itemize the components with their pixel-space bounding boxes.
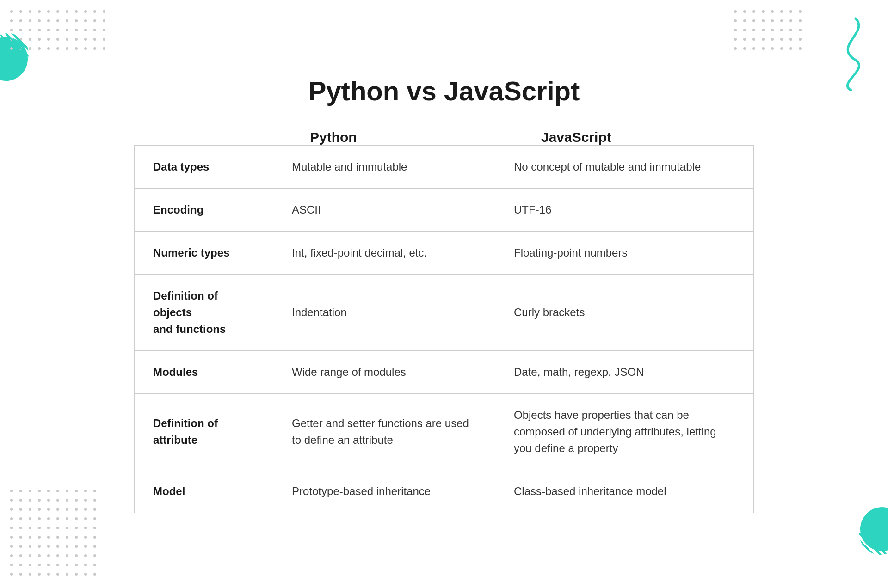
table-row: Numeric typesInt, fixed-point decimal, e… bbox=[135, 231, 754, 274]
python-cell-6: Prototype-based inheritance bbox=[273, 470, 495, 513]
python-column-header: Python bbox=[291, 129, 523, 145]
table-row: EncodingASCIIUTF-16 bbox=[135, 188, 754, 231]
python-cell-0: Mutable and immutable bbox=[273, 145, 495, 188]
row-label-5: Definition of attribute bbox=[135, 393, 273, 470]
row-label-3: Definition of objectsand functions bbox=[135, 274, 273, 350]
table-row: Definition of attributeGetter and setter… bbox=[135, 393, 754, 470]
javascript-cell-3: Curly brackets bbox=[495, 274, 754, 350]
table-row: Data typesMutable and immutableNo concep… bbox=[135, 145, 754, 188]
javascript-cell-2: Floating-point numbers bbox=[495, 231, 754, 274]
javascript-cell-4: Date, math, regexp, JSON bbox=[495, 350, 754, 393]
python-cell-3: Indentation bbox=[273, 274, 495, 350]
row-label-2: Numeric types bbox=[135, 231, 273, 274]
javascript-cell-5: Objects have properties that can be comp… bbox=[495, 393, 754, 470]
column-headers: Python JavaScript bbox=[134, 129, 754, 145]
row-label-4: Modules bbox=[135, 350, 273, 393]
row-label-6: Model bbox=[135, 470, 273, 513]
table-row: ModelPrototype-based inheritanceClass-ba… bbox=[135, 470, 754, 513]
page-title: Python vs JavaScript bbox=[308, 75, 580, 106]
python-cell-2: Int, fixed-point decimal, etc. bbox=[273, 231, 495, 274]
table-row: ModulesWide range of modulesDate, math, … bbox=[135, 350, 754, 393]
python-cell-5: Getter and setter functions are used to … bbox=[273, 393, 495, 470]
table-row: Definition of objectsand functionsIndent… bbox=[135, 274, 754, 350]
comparison-table: Data typesMutable and immutableNo concep… bbox=[134, 145, 754, 513]
javascript-cell-0: No concept of mutable and immutable bbox=[495, 145, 754, 188]
javascript-column-header: JavaScript bbox=[523, 129, 754, 145]
javascript-cell-1: UTF-16 bbox=[495, 188, 754, 231]
main-content: Python vs JavaScript Python JavaScript D… bbox=[0, 0, 888, 588]
python-cell-1: ASCII bbox=[273, 188, 495, 231]
javascript-cell-6: Class-based inheritance model bbox=[495, 470, 754, 513]
row-label-0: Data types bbox=[135, 145, 273, 188]
row-label-1: Encoding bbox=[135, 188, 273, 231]
python-cell-4: Wide range of modules bbox=[273, 350, 495, 393]
